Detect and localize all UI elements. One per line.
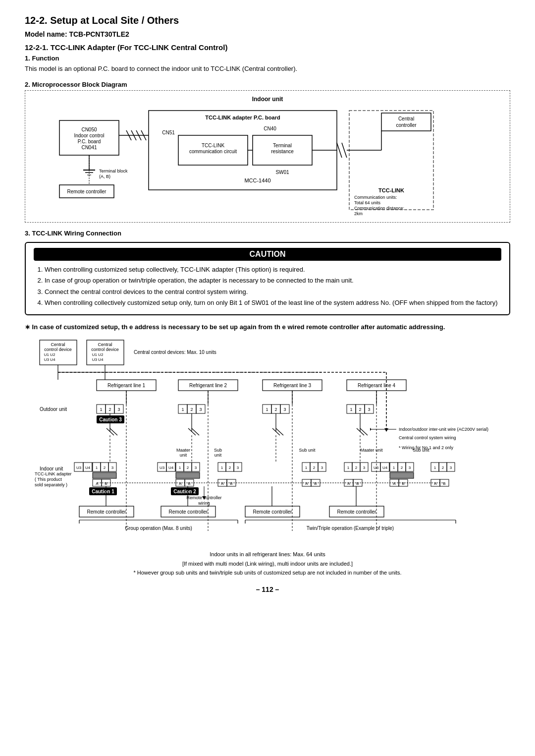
svg-text:Caution 3: Caution 3 [99, 417, 122, 422]
svg-text:3: 3 [283, 407, 286, 412]
svg-text:Total 64 units: Total 64 units [354, 200, 381, 205]
svg-text:B: B [230, 481, 232, 486]
svg-line-24 [337, 143, 342, 158]
svg-text:3: 3 [195, 465, 197, 470]
svg-text:Refrigerant line 2: Refrigerant line 2 [189, 383, 227, 388]
svg-text:U3: U3 [160, 465, 165, 470]
svg-text:sold separately ): sold separately ) [35, 482, 67, 487]
block-diagram-svg: CN050 Indoor control P.C. board CN041 TC… [45, 106, 490, 220]
svg-text:A: A [221, 481, 224, 486]
svg-text:Remote controller: Remote controller [169, 509, 209, 515]
svg-text:Central: Central [51, 342, 65, 347]
svg-text:1: 1 [100, 407, 102, 412]
bold-note: ∗ In case of customized setup, th e addr… [25, 322, 510, 332]
svg-marker-114 [370, 428, 372, 431]
svg-text:2: 2 [187, 465, 189, 470]
svg-text:Sub unit: Sub unit [299, 448, 316, 453]
svg-text:Sub: Sub [214, 448, 222, 453]
svg-line-107 [192, 428, 199, 435]
svg-text:2: 2 [359, 407, 361, 412]
svg-text:controller: controller [396, 122, 417, 128]
footnote-2: [If mixed with multi model (Link wiring)… [25, 559, 510, 569]
svg-text:Communication distance:: Communication distance: [354, 206, 404, 211]
svg-text:Maater unit: Maater unit [360, 448, 383, 453]
svg-text:wiring: wiring [198, 501, 210, 506]
svg-text:(A, B): (A, B) [99, 174, 110, 179]
caution-list: When controlling customized setup collec… [34, 265, 501, 308]
svg-text:CN40: CN40 [264, 126, 276, 131]
svg-text:1: 1 [266, 407, 268, 412]
svg-text:1: 1 [179, 465, 181, 470]
svg-text:unit: unit [214, 453, 222, 458]
svg-text:B: B [314, 481, 317, 486]
svg-text:TCC-LINK: TCC-LINK [378, 187, 404, 193]
page-number: – 112 – [25, 585, 510, 593]
svg-text:Central: Central [98, 342, 112, 347]
svg-text:resistance: resistance [271, 149, 294, 154]
svg-text:control device: control device [91, 347, 119, 352]
svg-text:U3 U4: U3 U4 [44, 357, 55, 362]
svg-text:B: B [402, 481, 404, 486]
model-name: Model name: TCB-PCNT30TLE2 [25, 30, 510, 38]
svg-text:Central control system wiring: Central control system wiring [399, 435, 456, 440]
wiring-title: 3. TCC-LINK Wiring Connection [25, 230, 510, 237]
svg-text:3: 3 [409, 465, 411, 470]
svg-text:U3 U4: U3 U4 [92, 357, 104, 362]
svg-text:U4: U4 [382, 465, 388, 470]
svg-text:U1 U2: U1 U2 [44, 352, 55, 357]
svg-text:2: 2 [104, 465, 106, 470]
svg-rect-140 [93, 472, 116, 478]
svg-text:Group operation (Max. 8 units): Group operation (Max. 8 units) [125, 525, 192, 531]
svg-text:Indoor/outdoor inter-unit wire: Indoor/outdoor inter-unit wire (AC200V s… [399, 427, 488, 432]
caution-header: CAUTION [34, 248, 501, 261]
svg-text:TCC-LINK adapter: TCC-LINK adapter [35, 471, 72, 476]
function-text: This model is an optional P.C. board to … [25, 64, 510, 74]
svg-text:U3: U3 [374, 465, 379, 470]
svg-text:CN041: CN041 [81, 145, 97, 150]
svg-text:1: 1 [347, 465, 350, 470]
svg-text:communication circuit: communication circuit [189, 149, 237, 154]
svg-text:Caution 2: Caution 2 [173, 489, 196, 494]
svg-text:1: 1 [181, 407, 184, 412]
svg-text:2: 2 [229, 465, 231, 470]
svg-text:Central control devices: Max. : Central control devices: Max. 10 units [134, 349, 216, 355]
svg-text:Twin/Triple operation (Example: Twin/Triple operation (Example of triple… [307, 525, 394, 531]
footnote-3: * However group sub units and twin/tripl… [25, 568, 510, 578]
svg-text:3: 3 [199, 407, 202, 412]
svg-text:A: A [305, 481, 308, 486]
svg-text:2: 2 [442, 465, 444, 470]
svg-text:A: A [434, 481, 437, 486]
svg-text:SW01: SW01 [275, 170, 289, 175]
svg-text:B: B [443, 481, 445, 486]
svg-text:B: B [356, 481, 359, 486]
svg-text:Maater: Maater [176, 448, 190, 453]
svg-text:unit: unit [180, 453, 187, 458]
svg-text:Central: Central [398, 116, 414, 121]
svg-text:B: B [105, 481, 107, 486]
svg-text:1: 1 [393, 465, 395, 470]
indoor-unit-label: Indoor unit [30, 96, 505, 103]
svg-text:U1 U2: U1 U2 [92, 352, 104, 357]
svg-text:MCC-1440: MCC-1440 [244, 177, 270, 183]
caution-item-1: When controlling customized setup collec… [45, 265, 501, 275]
svg-text:Communication units:: Communication units: [354, 195, 397, 200]
svg-text:1: 1 [221, 465, 223, 470]
svg-text:A: A [96, 481, 99, 486]
svg-text:Caution 1: Caution 1 [92, 489, 114, 494]
svg-text:3: 3 [368, 407, 370, 412]
svg-text:3: 3 [117, 407, 120, 412]
svg-rect-202 [390, 472, 414, 478]
svg-line-25 [342, 143, 347, 158]
svg-text:P.C. board: P.C. board [78, 139, 101, 144]
caution-item-3: Connect the central control devices to t… [45, 287, 501, 297]
svg-text:2: 2 [108, 407, 111, 412]
svg-text:A: A [179, 481, 182, 486]
svg-text:Outdoor unit: Outdoor unit [40, 407, 67, 412]
svg-text:U4: U4 [85, 465, 91, 470]
svg-text:3: 3 [363, 465, 366, 470]
svg-marker-255 [384, 428, 388, 432]
svg-text:2: 2 [355, 465, 358, 470]
svg-line-109 [276, 428, 283, 435]
svg-text:Sub unit: Sub unit [413, 448, 429, 453]
svg-text:1: 1 [305, 465, 308, 470]
